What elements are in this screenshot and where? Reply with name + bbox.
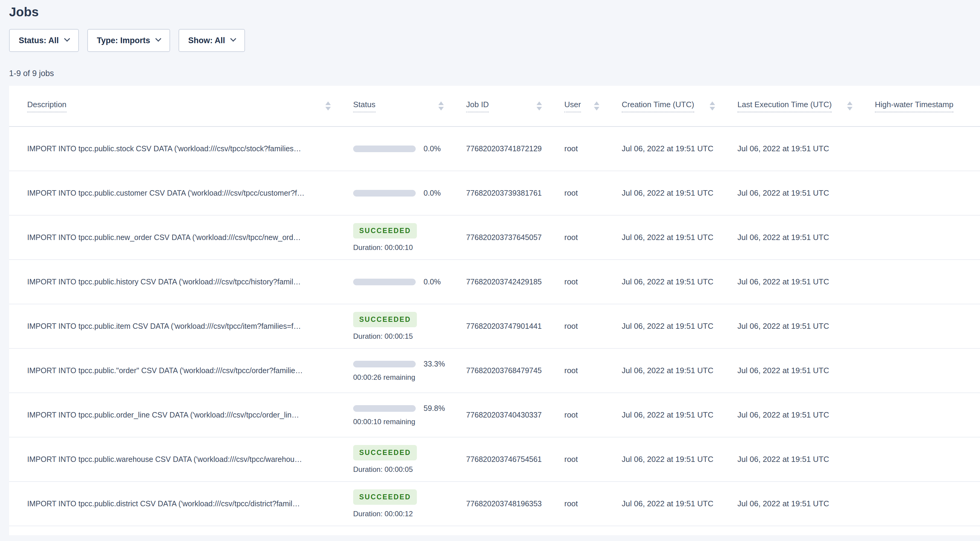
job-id-text: 776820203741872129 [466, 144, 542, 153]
sort-icon [433, 102, 444, 111]
column-header-last-execution-time[interactable]: Last Execution Time (UTC) [719, 86, 857, 126]
progress-bar: 0.0% [353, 144, 441, 153]
status-cell: 33.3% 00:00:26 remaining [335, 349, 448, 392]
job-id: 776820203768479745 [448, 349, 546, 392]
job-id-text: 776820203768479745 [466, 366, 542, 375]
job-description[interactable]: IMPORT INTO tpcc.public.district CSV DAT… [9, 482, 335, 526]
duration: Duration: 00:00:10 [353, 243, 413, 252]
job-description[interactable]: IMPORT INTO tpcc.public.stock CSV DATA (… [9, 127, 335, 171]
duration: Duration: 00:00:15 [353, 332, 413, 341]
status-filter-dropdown[interactable]: Status: All [9, 29, 79, 52]
type-filter-dropdown[interactable]: Type: Imports [87, 29, 170, 52]
table-body: IMPORT INTO tpcc.public.stock CSV DATA (… [9, 127, 980, 526]
status-badge: SUCCEEDED [353, 445, 417, 460]
job-description-text: IMPORT INTO tpcc.public.customer CSV DAT… [27, 189, 304, 197]
progress-track [353, 190, 416, 197]
user: root [546, 216, 604, 259]
chevron-down-icon [64, 36, 70, 42]
show-filter-dropdown[interactable]: Show: All [178, 29, 245, 52]
creation-time-text: Jul 06, 2022 at 19:51 UTC [622, 144, 714, 153]
creation-time: Jul 06, 2022 at 19:51 UTC [604, 171, 719, 215]
user-text: root [564, 144, 578, 153]
filter-bar: Status: All Type: Imports Show: All [9, 29, 980, 52]
creation-time-text: Jul 06, 2022 at 19:51 UTC [622, 366, 714, 375]
sort-icon [704, 102, 715, 111]
job-description-text: IMPORT INTO tpcc.public."order" CSV DATA… [27, 366, 303, 375]
user: root [546, 260, 604, 304]
last-execution-time: Jul 06, 2022 at 19:51 UTC [719, 304, 857, 348]
progress-track [353, 279, 416, 285]
high-water-timestamp [857, 171, 980, 215]
high-water-timestamp [857, 438, 980, 481]
creation-time: Jul 06, 2022 at 19:51 UTC [604, 260, 719, 304]
column-header-status[interactable]: Status [335, 86, 448, 126]
user: root [546, 171, 604, 215]
table-row[interactable]: IMPORT INTO tpcc.public.order_line CSV D… [9, 393, 980, 438]
last-execution-time-text: Jul 06, 2022 at 19:51 UTC [737, 455, 829, 464]
job-id: 776820203739381761 [448, 171, 546, 215]
table-row[interactable]: IMPORT INTO tpcc.public.stock CSV DATA (… [9, 127, 980, 171]
job-description[interactable]: IMPORT INTO tpcc.public.item CSV DATA ('… [9, 304, 335, 348]
job-description-text: IMPORT INTO tpcc.public.history CSV DATA… [27, 278, 301, 286]
last-execution-time-text: Jul 06, 2022 at 19:51 UTC [737, 233, 829, 242]
column-header-label: Status [353, 100, 375, 112]
column-header-high-water-timestamp[interactable]: High-water Timestamp [857, 86, 980, 126]
page-title: Jobs [9, 5, 980, 19]
last-execution-time: Jul 06, 2022 at 19:51 UTC [719, 438, 857, 481]
table-row[interactable]: IMPORT INTO tpcc.public.history CSV DATA… [9, 260, 980, 304]
job-description[interactable]: IMPORT INTO tpcc.public.customer CSV DAT… [9, 171, 335, 215]
last-execution-time-text: Jul 06, 2022 at 19:51 UTC [737, 144, 829, 153]
status-cell: SUCCEEDED Duration: 00:00:12 [335, 482, 448, 526]
creation-time-text: Jul 06, 2022 at 19:51 UTC [622, 499, 714, 508]
last-execution-time-text: Jul 06, 2022 at 19:51 UTC [737, 499, 829, 508]
column-header-label: Creation Time (UTC) [622, 100, 694, 112]
status-cell: 0.0% [335, 127, 448, 171]
last-execution-time: Jul 06, 2022 at 19:51 UTC [719, 171, 857, 215]
job-id-text: 776820203746754561 [466, 455, 542, 464]
job-description[interactable]: IMPORT INTO tpcc.public.order_line CSV D… [9, 393, 335, 437]
status-cell: SUCCEEDED Duration: 00:00:15 [335, 304, 448, 348]
table-row[interactable]: IMPORT INTO tpcc.public.new_order CSV DA… [9, 216, 980, 260]
creation-time-text: Jul 06, 2022 at 19:51 UTC [622, 455, 714, 464]
progress-percent: 0.0% [423, 278, 441, 286]
job-id-text: 776820203748196353 [466, 499, 542, 508]
status-badge: SUCCEEDED [353, 223, 417, 238]
progress-bar: 0.0% [353, 189, 441, 197]
column-header-user[interactable]: User [546, 86, 604, 126]
job-description-text: IMPORT INTO tpcc.public.stock CSV DATA (… [27, 144, 301, 153]
job-description[interactable]: IMPORT INTO tpcc.public."order" CSV DATA… [9, 349, 335, 392]
time-remaining: 00:00:26 remaining [353, 373, 415, 382]
column-header-label: High-water Timestamp [875, 100, 953, 112]
chevron-down-icon [230, 36, 236, 42]
column-header-job-id[interactable]: Job ID [448, 86, 546, 126]
job-description[interactable]: IMPORT INTO tpcc.public.warehouse CSV DA… [9, 438, 335, 481]
job-description-text: IMPORT INTO tpcc.public.warehouse CSV DA… [27, 455, 302, 464]
high-water-timestamp [857, 127, 980, 171]
table-row[interactable]: IMPORT INTO tpcc.public.customer CSV DAT… [9, 171, 980, 216]
job-id: 776820203740430337 [448, 393, 546, 437]
creation-time-text: Jul 06, 2022 at 19:51 UTC [622, 233, 714, 242]
table-row[interactable]: IMPORT INTO tpcc.public.warehouse CSV DA… [9, 438, 980, 482]
progress-bar: 0.0% [353, 278, 441, 286]
status-badge: SUCCEEDED [353, 312, 417, 327]
job-description[interactable]: IMPORT INTO tpcc.public.new_order CSV DA… [9, 216, 335, 259]
table-row[interactable]: IMPORT INTO tpcc.public.district CSV DAT… [9, 482, 980, 526]
column-header-creation-time[interactable]: Creation Time (UTC) [604, 86, 719, 126]
column-header-description[interactable]: Description [9, 86, 335, 126]
job-id-text: 776820203747901441 [466, 322, 542, 331]
last-execution-time: Jul 06, 2022 at 19:51 UTC [719, 349, 857, 392]
creation-time-text: Jul 06, 2022 at 19:51 UTC [622, 322, 714, 331]
table-row[interactable]: IMPORT INTO tpcc.public.item CSV DATA ('… [9, 304, 980, 349]
creation-time: Jul 06, 2022 at 19:51 UTC [604, 438, 719, 481]
duration: Duration: 00:00:05 [353, 465, 413, 474]
last-execution-time-text: Jul 06, 2022 at 19:51 UTC [737, 366, 829, 375]
time-remaining: 00:00:10 remaining [353, 417, 415, 426]
status-cell: 59.8% 00:00:10 remaining [335, 393, 448, 437]
last-execution-time: Jul 06, 2022 at 19:51 UTC [719, 482, 857, 526]
job-id-text: 776820203742429185 [466, 278, 542, 286]
job-description[interactable]: IMPORT INTO tpcc.public.history CSV DATA… [9, 260, 335, 304]
job-id: 776820203746754561 [448, 438, 546, 481]
status-cell: SUCCEEDED Duration: 00:00:05 [335, 438, 448, 481]
table-row[interactable]: IMPORT INTO tpcc.public."order" CSV DATA… [9, 349, 980, 393]
sort-icon [842, 102, 853, 111]
